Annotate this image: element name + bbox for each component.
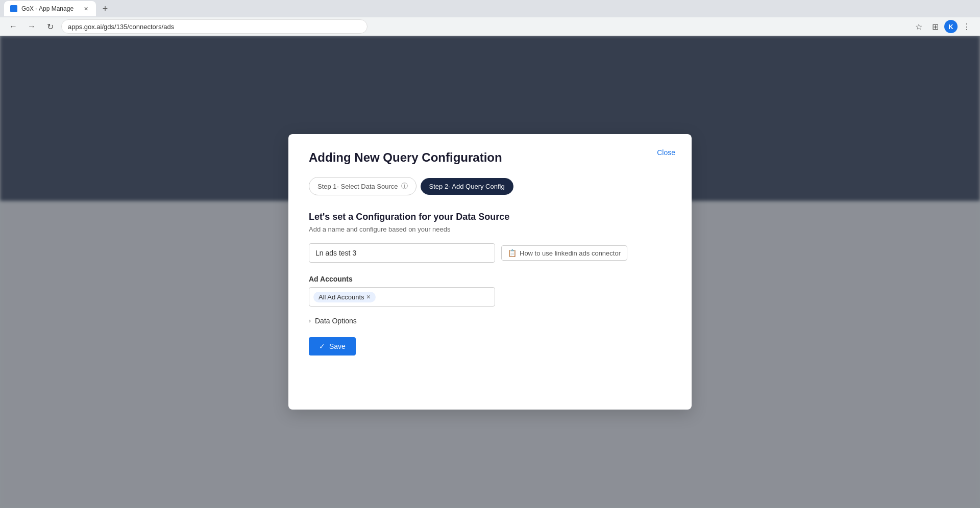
tag-remove-button[interactable]: × xyxy=(366,293,371,300)
url-input[interactable]: apps.gox.ai/gds/135/connectors/ads xyxy=(61,19,368,34)
browser-chrome: GoX - App Manage ✕ + ← → ↻ apps.gox.ai/g… xyxy=(0,0,980,36)
step1-label: Step 1- Select Data Source xyxy=(317,183,398,190)
ad-accounts-label: Ad Accounts xyxy=(309,275,671,283)
modal-title: Adding New Query Configuration xyxy=(309,150,671,165)
ad-accounts-tag: All Ad Accounts × xyxy=(313,292,376,302)
ad-accounts-input[interactable]: All Ad Accounts × xyxy=(309,287,495,307)
section-title: Let's set a Configuration for your Data … xyxy=(309,212,671,222)
section-subtitle: Add a name and configure based on your n… xyxy=(309,225,671,233)
tab-close-button[interactable]: ✕ xyxy=(82,5,90,13)
data-options-label: Data Options xyxy=(315,317,357,325)
chevron-right-icon: › xyxy=(309,317,311,324)
help-link-label: How to use linkedin ads connector xyxy=(520,249,621,257)
step2-button[interactable]: Step 2- Add Query Config xyxy=(421,178,513,195)
help-link-icon: 📋 xyxy=(508,249,517,257)
name-input-row: 📋 How to use linkedin ads connector xyxy=(309,243,671,263)
bookmark-button[interactable]: ☆ xyxy=(912,19,926,34)
check-icon: ✓ xyxy=(319,342,325,350)
step1-button[interactable]: Step 1- Select Data Source ⓘ xyxy=(309,177,416,195)
name-input[interactable] xyxy=(309,243,495,263)
close-button[interactable]: Close xyxy=(657,148,675,157)
tab-favicon xyxy=(10,5,17,12)
steps-row: Step 1- Select Data Source ⓘ Step 2- Add… xyxy=(309,177,671,195)
save-button[interactable]: ✓ Save xyxy=(309,337,356,355)
extensions-button[interactable]: ⊞ xyxy=(928,19,942,34)
step2-label: Step 2- Add Query Config xyxy=(429,183,505,190)
address-bar-row: ← → ↻ apps.gox.ai/gds/135/connectors/ads… xyxy=(0,17,980,36)
profile-avatar[interactable]: K xyxy=(944,20,958,33)
url-text: apps.gox.ai/gds/135/connectors/ads xyxy=(68,23,174,31)
save-button-label: Save xyxy=(329,342,346,350)
data-options-row[interactable]: › Data Options xyxy=(309,317,671,325)
modal-dialog: Close Adding New Query Configuration Ste… xyxy=(288,134,692,410)
step1-info-icon: ⓘ xyxy=(401,182,408,191)
browser-actions: ☆ ⊞ K ⋮ xyxy=(912,19,974,34)
modal-overlay: Close Adding New Query Configuration Ste… xyxy=(0,36,980,508)
back-button[interactable]: ← xyxy=(6,19,20,34)
menu-button[interactable]: ⋮ xyxy=(960,19,974,34)
tab-bar: GoX - App Manage ✕ + xyxy=(0,0,980,17)
new-tab-button[interactable]: + xyxy=(98,2,112,16)
help-link[interactable]: 📋 How to use linkedin ads connector xyxy=(501,245,627,261)
reload-button[interactable]: ↻ xyxy=(43,19,57,34)
tag-label: All Ad Accounts xyxy=(318,293,364,301)
browser-tab[interactable]: GoX - App Manage ✕ xyxy=(4,1,96,16)
tab-title: GoX - App Manage xyxy=(21,5,74,12)
forward-button[interactable]: → xyxy=(24,19,39,34)
